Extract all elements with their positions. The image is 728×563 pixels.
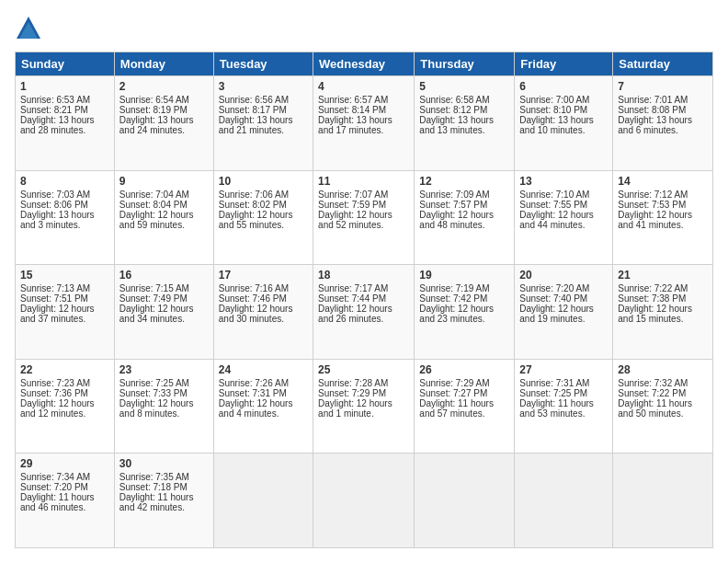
day-number: 19 xyxy=(419,269,509,282)
day-info: Sunset: 8:02 PM xyxy=(219,200,308,210)
day-info: Sunrise: 7:04 AM xyxy=(119,190,209,200)
day-info: Sunset: 8:10 PM xyxy=(519,105,608,115)
calendar-cell: 13Sunrise: 7:10 AMSunset: 7:55 PMDayligh… xyxy=(515,170,613,265)
day-info: Sunrise: 7:25 AM xyxy=(119,378,209,388)
day-info: Daylight: 12 hours xyxy=(119,304,209,314)
day-info: Daylight: 13 hours xyxy=(219,115,308,125)
weekday-header-monday: Monday xyxy=(114,52,213,76)
calendar-cell: 29Sunrise: 7:34 AMSunset: 7:20 PMDayligh… xyxy=(16,454,115,548)
day-info: and 6 minutes. xyxy=(618,125,708,135)
day-info: Sunset: 8:12 PM xyxy=(419,105,509,115)
day-info: Sunset: 7:38 PM xyxy=(618,293,708,304)
day-info: Sunset: 8:17 PM xyxy=(219,105,308,115)
day-number: 12 xyxy=(419,175,509,188)
day-info: and 52 minutes. xyxy=(318,220,409,230)
day-info: Sunrise: 7:28 AM xyxy=(318,378,409,388)
day-info: Sunrise: 7:23 AM xyxy=(20,378,109,388)
calendar-body: 1Sunrise: 6:53 AMSunset: 8:21 PMDaylight… xyxy=(16,76,713,548)
day-number: 1 xyxy=(20,80,109,93)
day-number: 15 xyxy=(20,269,109,282)
day-info: and 57 minutes. xyxy=(419,408,509,419)
day-info: Sunrise: 6:53 AM xyxy=(20,95,109,105)
day-number: 20 xyxy=(519,269,608,282)
day-info: Sunset: 7:59 PM xyxy=(318,200,409,210)
day-info: Sunrise: 7:07 AM xyxy=(318,190,409,200)
day-number: 17 xyxy=(219,269,308,282)
day-info: Sunrise: 7:03 AM xyxy=(20,190,109,200)
day-number: 29 xyxy=(20,457,109,470)
day-number: 26 xyxy=(419,363,509,376)
day-info: and 19 minutes. xyxy=(519,314,608,324)
calendar-cell: 18Sunrise: 7:17 AMSunset: 7:44 PMDayligh… xyxy=(313,265,415,360)
calendar-cell: 26Sunrise: 7:29 AMSunset: 7:27 PMDayligh… xyxy=(415,359,515,454)
day-info: Sunset: 7:53 PM xyxy=(618,200,708,210)
day-info: and 55 minutes. xyxy=(219,220,308,230)
day-info: Sunrise: 7:29 AM xyxy=(419,378,509,388)
day-info: Sunrise: 7:34 AM xyxy=(20,472,109,482)
calendar-cell xyxy=(313,454,415,548)
calendar-week-3: 22Sunrise: 7:23 AMSunset: 7:36 PMDayligh… xyxy=(16,359,713,454)
calendar-cell: 19Sunrise: 7:19 AMSunset: 7:42 PMDayligh… xyxy=(415,265,515,360)
day-info: Sunrise: 7:09 AM xyxy=(419,190,509,200)
day-info: Sunrise: 7:01 AM xyxy=(618,95,708,105)
day-info: Sunrise: 7:26 AM xyxy=(219,378,308,388)
day-info: Sunrise: 6:58 AM xyxy=(419,95,509,105)
day-info: Daylight: 12 hours xyxy=(20,398,109,408)
calendar: SundayMondayTuesdayWednesdayThursdayFrid… xyxy=(15,52,713,548)
day-info: Daylight: 12 hours xyxy=(419,210,509,220)
day-number: 4 xyxy=(318,80,409,93)
day-info: Sunset: 8:08 PM xyxy=(618,105,708,115)
calendar-cell xyxy=(415,454,515,548)
day-info: and 8 minutes. xyxy=(119,408,209,419)
calendar-cell: 6Sunrise: 7:00 AMSunset: 8:10 PMDaylight… xyxy=(515,76,613,171)
day-info: Sunset: 7:46 PM xyxy=(219,293,308,304)
day-number: 21 xyxy=(618,269,708,282)
day-info: and 10 minutes. xyxy=(519,125,608,135)
day-info: and 17 minutes. xyxy=(318,125,409,135)
day-info: and 24 minutes. xyxy=(119,125,209,135)
day-info: and 12 minutes. xyxy=(20,408,109,419)
day-info: Daylight: 13 hours xyxy=(20,210,109,220)
calendar-week-4: 29Sunrise: 7:34 AMSunset: 7:20 PMDayligh… xyxy=(16,454,713,548)
day-info: Daylight: 12 hours xyxy=(519,304,608,314)
weekday-header-tuesday: Tuesday xyxy=(213,52,313,76)
calendar-cell: 1Sunrise: 6:53 AMSunset: 8:21 PMDaylight… xyxy=(16,76,115,171)
day-number: 2 xyxy=(119,80,209,93)
calendar-cell xyxy=(515,454,613,548)
day-info: Sunset: 8:19 PM xyxy=(119,105,209,115)
day-info: and 30 minutes. xyxy=(219,314,308,324)
day-info: Sunset: 8:06 PM xyxy=(20,200,109,210)
day-number: 5 xyxy=(419,80,509,93)
day-info: Sunrise: 7:00 AM xyxy=(519,95,608,105)
day-info: and 28 minutes. xyxy=(20,125,109,135)
day-number: 3 xyxy=(219,80,308,93)
day-info: Daylight: 12 hours xyxy=(119,210,209,220)
day-info: Sunrise: 7:20 AM xyxy=(519,283,608,293)
day-info: Sunrise: 7:32 AM xyxy=(618,378,708,388)
calendar-cell: 4Sunrise: 6:57 AMSunset: 8:14 PMDaylight… xyxy=(313,76,415,171)
calendar-cell: 24Sunrise: 7:26 AMSunset: 7:31 PMDayligh… xyxy=(213,359,313,454)
day-info: Daylight: 11 hours xyxy=(20,492,109,502)
calendar-cell: 20Sunrise: 7:20 AMSunset: 7:40 PMDayligh… xyxy=(515,265,613,360)
day-info: and 15 minutes. xyxy=(618,314,708,324)
day-info: Daylight: 12 hours xyxy=(618,304,708,314)
day-number: 27 xyxy=(519,363,608,376)
day-info: Daylight: 11 hours xyxy=(618,398,708,408)
calendar-cell: 14Sunrise: 7:12 AMSunset: 7:53 PMDayligh… xyxy=(613,170,713,265)
day-info: Daylight: 12 hours xyxy=(119,398,209,408)
day-info: Daylight: 12 hours xyxy=(318,210,409,220)
day-number: 7 xyxy=(618,80,708,93)
day-number: 28 xyxy=(618,363,708,376)
day-info: and 46 minutes. xyxy=(20,502,109,512)
day-number: 22 xyxy=(20,363,109,376)
day-number: 10 xyxy=(219,175,308,188)
day-info: Daylight: 11 hours xyxy=(419,398,509,408)
day-number: 24 xyxy=(219,363,308,376)
calendar-cell: 2Sunrise: 6:54 AMSunset: 8:19 PMDaylight… xyxy=(114,76,213,171)
calendar-cell: 23Sunrise: 7:25 AMSunset: 7:33 PMDayligh… xyxy=(114,359,213,454)
day-info: and 13 minutes. xyxy=(419,125,509,135)
day-info: Sunset: 7:42 PM xyxy=(419,293,509,304)
day-info: Sunrise: 7:19 AM xyxy=(419,283,509,293)
day-info: Sunrise: 6:56 AM xyxy=(219,95,308,105)
calendar-cell: 15Sunrise: 7:13 AMSunset: 7:51 PMDayligh… xyxy=(16,265,115,360)
